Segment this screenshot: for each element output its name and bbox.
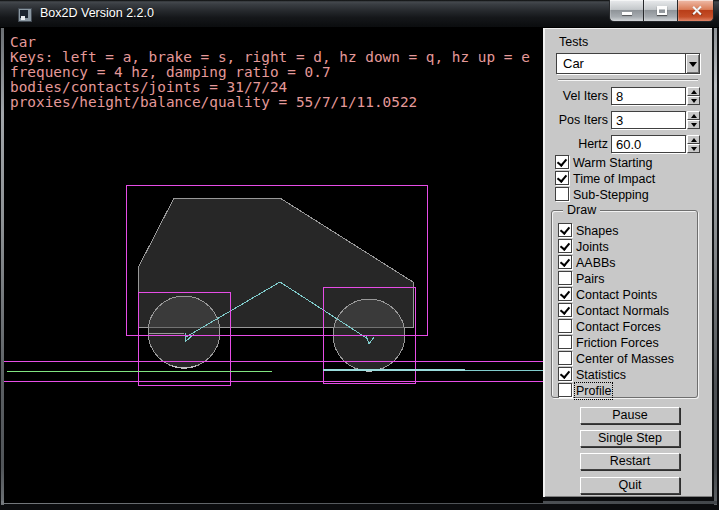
spin-up-button[interactable] — [687, 87, 700, 96]
arrow-up-icon — [691, 114, 697, 118]
stats-text: Car Keys: left = a, brake = s, right = d… — [10, 35, 530, 110]
time-of-impact-label: Time of Impact — [573, 172, 655, 186]
vel-iters-input[interactable] — [611, 87, 686, 105]
arrow-up-icon — [691, 90, 697, 94]
contact-points-label: Contact Points — [576, 288, 657, 302]
dropdown-button[interactable] — [685, 54, 699, 73]
separator — [558, 79, 698, 81]
spin-up-button[interactable] — [687, 111, 700, 120]
car-wheel-left — [148, 296, 220, 368]
chevron-down-icon — [689, 62, 697, 67]
contact-forces-checkbox[interactable] — [558, 319, 572, 333]
profile-label: Profile — [576, 384, 611, 398]
control-panel: Tests Car Vel Iters Pos Iters — [545, 28, 712, 497]
joints-checkbox[interactable] — [558, 239, 572, 253]
spin-down-button[interactable] — [687, 96, 700, 105]
vel-iters-label: Vel Iters — [563, 89, 608, 103]
center-of-masses-label: Center of Masses — [576, 352, 674, 366]
close-button[interactable] — [677, 0, 714, 22]
spin-up-button[interactable] — [687, 135, 700, 144]
pos-iters-label: Pos Iters — [559, 113, 608, 127]
friction-forces-label: Friction Forces — [576, 336, 659, 350]
statistics-checkbox[interactable] — [558, 367, 572, 381]
pause-button[interactable]: Pause — [580, 407, 680, 424]
joints-label: Joints — [576, 240, 609, 254]
window-controls — [610, 0, 714, 22]
window-title: Box2D Version 2.2.0 — [40, 0, 154, 26]
arrow-down-icon — [691, 123, 697, 127]
test-select-value: Car — [563, 55, 584, 72]
maximize-icon — [657, 6, 667, 15]
pairs-checkbox[interactable] — [558, 271, 572, 285]
minimize-icon — [622, 12, 632, 15]
stats-line: frequency = 4 hz, damping ratio = 0.7 — [10, 65, 530, 80]
friction-forces-checkbox[interactable] — [558, 335, 572, 349]
stats-line: bodies/contacts/joints = 31/7/24 — [10, 80, 530, 95]
arrow-down-icon — [691, 147, 697, 151]
single-step-button[interactable]: Single Step — [580, 430, 680, 447]
app-icon — [18, 8, 32, 22]
stats-line: Car — [10, 35, 530, 50]
test-select-dropdown[interactable]: Car — [556, 53, 700, 74]
contact-points-checkbox[interactable] — [558, 287, 572, 301]
sub-stepping-label: Sub-Stepping — [573, 188, 649, 202]
pos-iters-input[interactable] — [611, 111, 686, 129]
pairs-label: Pairs — [576, 272, 604, 286]
time-of-impact-checkbox[interactable] — [555, 171, 569, 185]
profile-checkbox[interactable] — [558, 383, 572, 397]
contact-normals-checkbox[interactable] — [558, 303, 572, 317]
draw-group-label: Draw — [563, 203, 600, 217]
close-icon — [691, 5, 702, 16]
titlebar[interactable]: Box2D Version 2.2.0 — [0, 0, 719, 28]
simulation-canvas[interactable]: Car Keys: left = a, brake = s, right = d… — [4, 28, 543, 503]
window-border-right-inner — [712, 28, 714, 497]
quit-button[interactable]: Quit — [580, 477, 680, 494]
hertz-input[interactable] — [611, 135, 686, 153]
center-of-masses-checkbox[interactable] — [558, 351, 572, 365]
hertz-row: Hertz — [545, 135, 712, 153]
spin-down-button[interactable] — [687, 120, 700, 129]
shapes-label: Shapes — [576, 224, 618, 238]
spin-down-button[interactable] — [687, 144, 700, 153]
warm-starting-checkbox[interactable] — [555, 155, 569, 169]
box2d-window: Box2D Version 2.2.0 — [0, 0, 719, 510]
tests-label: Tests — [559, 35, 588, 49]
hertz-label: Hertz — [578, 137, 608, 151]
arrow-down-icon — [691, 99, 697, 103]
minimize-button[interactable] — [609, 0, 644, 22]
aabbs-checkbox[interactable] — [558, 255, 572, 269]
hertz-spinner[interactable] — [687, 135, 700, 153]
pos-iters-row: Pos Iters — [545, 111, 712, 129]
arrow-up-icon — [691, 138, 697, 142]
shapes-checkbox[interactable] — [558, 223, 572, 237]
warm-starting-label: Warm Starting — [573, 156, 652, 170]
contact-normals-label: Contact Normals — [576, 304, 669, 318]
contact-forces-label: Contact Forces — [576, 320, 661, 334]
maximize-button[interactable] — [643, 0, 678, 22]
aabbs-label: AABBs — [576, 256, 616, 270]
restart-button[interactable]: Restart — [580, 453, 680, 470]
pos-iters-spinner[interactable] — [687, 111, 700, 129]
window-border-right — [714, 28, 717, 505]
sub-stepping-checkbox[interactable] — [555, 187, 569, 201]
stats-line: Keys: left = a, brake = s, right = d, hz… — [10, 50, 530, 65]
stats-line: proxies/height/balance/quality = 55/7/1/… — [10, 95, 530, 110]
vel-iters-row: Vel Iters — [545, 87, 712, 105]
statistics-label: Statistics — [576, 368, 626, 382]
vel-iters-spinner[interactable] — [687, 87, 700, 105]
teeter-plank — [323, 369, 465, 371]
